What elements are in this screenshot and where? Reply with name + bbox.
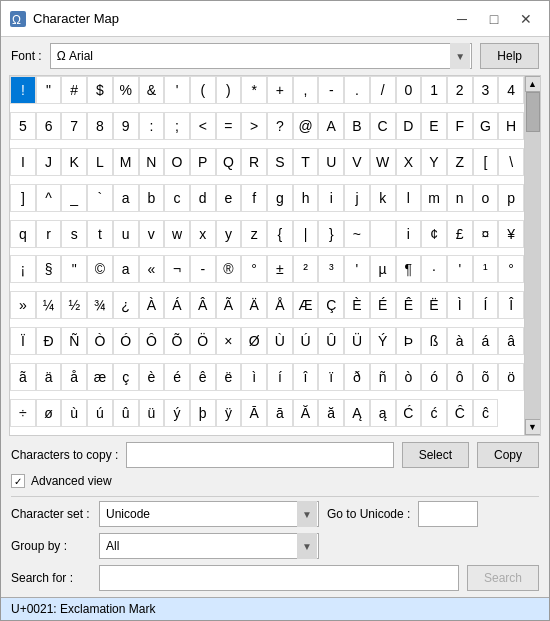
char-cell[interactable]: ' xyxy=(447,255,473,283)
char-cell[interactable]: £ xyxy=(447,220,473,248)
char-cell[interactable]: k xyxy=(370,184,396,212)
group-by-select[interactable]: All Unicode Subrange Unicode Block xyxy=(99,533,319,559)
char-cell[interactable]: R xyxy=(241,148,267,176)
char-cell[interactable]: L xyxy=(87,148,113,176)
char-cell[interactable]: \ xyxy=(498,148,524,176)
scroll-up-button[interactable]: ▲ xyxy=(525,76,541,92)
char-cell[interactable]: â xyxy=(498,327,524,355)
char-cell[interactable]: > xyxy=(241,112,267,140)
char-cell[interactable]: Ą xyxy=(344,399,370,427)
char-cell[interactable]: È xyxy=(344,291,370,319)
char-cell[interactable]: ü xyxy=(139,399,165,427)
copy-button[interactable]: Copy xyxy=(477,442,539,468)
char-cell[interactable]: c xyxy=(164,184,190,212)
char-cell[interactable]: ] xyxy=(10,184,36,212)
char-cell[interactable]: å xyxy=(61,363,87,391)
char-cell[interactable]: # xyxy=(61,76,87,104)
char-cell[interactable]: / xyxy=(370,76,396,104)
char-cell[interactable]: O xyxy=(164,148,190,176)
scroll-down-button[interactable]: ▼ xyxy=(525,419,541,435)
char-cell[interactable]: ` xyxy=(87,184,113,212)
char-cell[interactable]: ć xyxy=(421,399,447,427)
char-cell[interactable]: Ñ xyxy=(61,327,87,355)
char-cell[interactable]: 7 xyxy=(61,112,87,140)
char-cell[interactable]: è xyxy=(139,363,165,391)
char-cell[interactable]: Î xyxy=(498,291,524,319)
char-cell[interactable]: Ä xyxy=(241,291,267,319)
char-cell[interactable]: « xyxy=(139,255,165,283)
char-cell[interactable]: ÷ xyxy=(10,399,36,427)
char-cell[interactable]: ā xyxy=(267,399,293,427)
char-cell[interactable]: % xyxy=(113,76,139,104)
char-cell[interactable]: Õ xyxy=(164,327,190,355)
char-cell[interactable]: = xyxy=(216,112,242,140)
char-cell[interactable]: µ xyxy=(370,255,396,283)
char-cell[interactable]: | xyxy=(293,220,319,248)
char-cell[interactable]: + xyxy=(267,76,293,104)
char-cell[interactable]: v xyxy=(139,220,165,248)
char-cell[interactable]: T xyxy=(293,148,319,176)
char-cell[interactable]: @ xyxy=(293,112,319,140)
char-cell[interactable]: ± xyxy=(267,255,293,283)
char-cell[interactable]: S xyxy=(267,148,293,176)
char-cell[interactable]: l xyxy=(396,184,422,212)
char-cell[interactable]: g xyxy=(267,184,293,212)
char-cell[interactable]: d xyxy=(190,184,216,212)
char-cell[interactable]: a xyxy=(113,255,139,283)
char-cell[interactable]: ¥ xyxy=(498,220,524,248)
char-cell[interactable]: Ç xyxy=(318,291,344,319)
char-cell[interactable]: 2 xyxy=(447,76,473,104)
char-cell[interactable]: ç xyxy=(113,363,139,391)
char-cell[interactable]: Û xyxy=(318,327,344,355)
char-cell[interactable]: z xyxy=(241,220,267,248)
char-cell[interactable]: m xyxy=(421,184,447,212)
char-cell[interactable]: Q xyxy=(216,148,242,176)
char-cell[interactable]: 1 xyxy=(421,76,447,104)
char-cell[interactable]: W xyxy=(370,148,396,176)
char-cell[interactable]: & xyxy=(139,76,165,104)
char-cell[interactable]: Ø xyxy=(241,327,267,355)
char-cell[interactable]: ï xyxy=(318,363,344,391)
char-cell[interactable]: $ xyxy=(87,76,113,104)
char-cell[interactable]: Ï xyxy=(10,327,36,355)
char-cell[interactable]: 6 xyxy=(36,112,62,140)
char-cell[interactable]: * xyxy=(241,76,267,104)
char-cell[interactable]: " xyxy=(36,76,62,104)
goto-unicode-input[interactable] xyxy=(418,501,478,527)
char-cell[interactable]: » xyxy=(10,291,36,319)
char-cell[interactable]: ă xyxy=(318,399,344,427)
char-cell[interactable]: a xyxy=(113,184,139,212)
advanced-view-checkbox[interactable]: ✓ xyxy=(11,474,25,488)
char-cell[interactable]: ¬ xyxy=(164,255,190,283)
char-cell[interactable]: n xyxy=(447,184,473,212)
char-cell[interactable]: Ĉ xyxy=(447,399,473,427)
char-cell[interactable]: Ý xyxy=(370,327,396,355)
char-cell[interactable]: Ò xyxy=(87,327,113,355)
char-cell[interactable]: Ü xyxy=(344,327,370,355)
char-cell[interactable]: Ã xyxy=(216,291,242,319)
char-cell[interactable]: æ xyxy=(87,363,113,391)
char-cell[interactable]: ¼ xyxy=(36,291,62,319)
char-cell[interactable]: b xyxy=(139,184,165,212)
char-cell[interactable]: ^ xyxy=(36,184,62,212)
char-cell[interactable]: ú xyxy=(87,399,113,427)
char-cell[interactable]: À xyxy=(139,291,165,319)
help-button[interactable]: Help xyxy=(480,43,539,69)
close-button[interactable]: ✕ xyxy=(511,7,541,31)
char-cell[interactable]: ) xyxy=(216,76,242,104)
minimize-button[interactable]: ─ xyxy=(447,7,477,31)
char-cell[interactable]: ° xyxy=(498,255,524,283)
char-cell[interactable]: ® xyxy=(216,255,242,283)
char-cell[interactable]: í xyxy=(267,363,293,391)
char-cell[interactable]: 0 xyxy=(396,76,422,104)
char-cell[interactable]: o xyxy=(473,184,499,212)
select-button[interactable]: Select xyxy=(402,442,469,468)
char-cell[interactable]: ³ xyxy=(318,255,344,283)
char-cell[interactable]: h xyxy=(293,184,319,212)
char-cell[interactable]: ? xyxy=(267,112,293,140)
char-cell[interactable]: F xyxy=(447,112,473,140)
char-cell[interactable]: ¹ xyxy=(473,255,499,283)
char-cell[interactable]: I xyxy=(10,148,36,176)
char-cell[interactable]: q xyxy=(10,220,36,248)
char-cell[interactable]: D xyxy=(396,112,422,140)
